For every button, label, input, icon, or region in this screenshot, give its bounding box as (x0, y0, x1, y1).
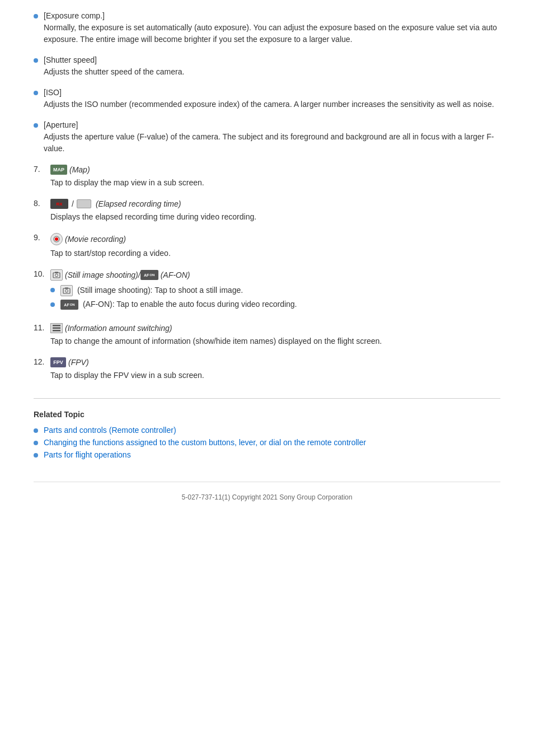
related-link[interactable]: Changing the functions assigned to the c… (44, 438, 366, 447)
still-image-icon (50, 269, 63, 281)
item-row: (Information amount switching) (50, 323, 500, 333)
item-body: FPV (FPV) Tap to display the FPV view in… (50, 357, 500, 381)
svg-rect-2 (53, 273, 60, 278)
item-desc: Tap to start/stop recording a video. (50, 248, 500, 259)
item-number: 8. (34, 199, 50, 208)
bullet-content: [Exposure comp.] Normally, the exposure … (44, 11, 500, 45)
item-title: [ISO] (44, 88, 494, 97)
svg-point-3 (55, 274, 58, 277)
page-footer: 5-027-737-11(1) Copyright 2021 Sony Grou… (34, 482, 500, 512)
svg-rect-8 (53, 325, 60, 326)
item-desc: Adjusts the aperture value (F-value) of … (44, 131, 500, 155)
svg-rect-7 (65, 288, 68, 289)
item-label: (FPV) (68, 358, 89, 367)
numbered-item-12: 12. FPV (FPV) Tap to display the FPV vie… (34, 357, 500, 381)
time-square-icon (77, 199, 91, 208)
rec-time-icon-badge: RX (50, 199, 68, 209)
link-dot (34, 441, 38, 445)
item-title: [Exposure comp.] (44, 11, 500, 20)
af-on-icon: AFON (140, 270, 158, 280)
item-desc: Displays the elapsed recording time duri… (50, 211, 500, 223)
link-dot (34, 428, 38, 433)
item-row: (Still image shooting)/ AFON (AF-ON) (50, 269, 500, 281)
item-title: [Shutter speed] (44, 55, 184, 64)
item-body: (Still image shooting)/ AFON (AF-ON) (50, 269, 500, 313)
item-desc: Normally, the exposure is set automatica… (44, 22, 500, 45)
list-item: [Aperture] Adjusts the aperture value (F… (34, 120, 500, 155)
sub-bullet-item: (Still image shooting): Tap to shoot a s… (50, 285, 500, 296)
bullet-content: [Shutter speed] Adjusts the shutter spee… (44, 55, 184, 78)
item-body: RX / (Elapsed recording time) Displays t… (50, 199, 500, 223)
item-desc: Tap to display the map view in a sub scr… (50, 177, 500, 189)
item-row: RX / (Elapsed recording time) (50, 199, 500, 209)
item-label: (Information amount switching) (65, 324, 172, 333)
map-icon-badge: MAP (50, 165, 67, 175)
page-wrapper: [Exposure comp.] Normally, the exposure … (0, 0, 534, 535)
svg-point-1 (55, 237, 58, 241)
item-body: (Movie recording) Tap to start/stop reco… (50, 233, 500, 259)
sub-bullet-content: (Still image shooting): Tap to shoot a s… (60, 285, 243, 296)
related-link-item: Parts and controls (Remote controller) (34, 426, 500, 435)
item-number: 7. (34, 165, 50, 174)
bullet-dot (34, 123, 38, 128)
sub-bullet-dot (50, 302, 55, 307)
sub-item-label: (Still image shooting): Tap to shoot a s… (77, 286, 243, 295)
related-link-item: Changing the functions assigned to the c… (34, 438, 500, 447)
section-divider (34, 398, 500, 399)
item-body: MAP (Map) Tap to display the map view in… (50, 165, 500, 189)
related-topic-section: Related Topic Parts and controls (Remote… (34, 410, 500, 459)
bullet-dot (34, 14, 38, 18)
item-label2: (AF-ON) (161, 270, 190, 279)
item-row: MAP (Map) (50, 165, 500, 175)
sub-bullet-item: AFON (AF-ON): Tap to enable the auto foc… (50, 300, 500, 310)
item-desc: Adjusts the ISO number (recommended expo… (44, 99, 494, 110)
related-link-item: Parts for flight operations (34, 450, 500, 459)
item-number: 9. (34, 233, 50, 242)
list-item: [ISO] Adjusts the ISO number (recommende… (34, 88, 500, 110)
item-label: (Movie recording) (65, 235, 126, 244)
numbered-item-9: 9. (Movie recording) Tap to start/stop r… (34, 233, 500, 259)
related-link[interactable]: Parts and controls (Remote controller) (44, 426, 176, 435)
bullet-content: [Aperture] Adjusts the aperture value (F… (44, 120, 500, 155)
slash-separator: / (72, 199, 74, 208)
svg-rect-10 (53, 330, 60, 332)
sub-item-label: (AF-ON): Tap to enable the auto focus du… (83, 300, 297, 309)
item-label: (Map) (69, 165, 90, 174)
item-label: (Elapsed recording time) (96, 199, 181, 208)
numbered-item-8: 8. RX / (Elapsed recording time) Display… (34, 199, 500, 223)
bullet-content: [ISO] Adjusts the ISO number (recommende… (44, 88, 494, 110)
numbered-item-11: 11. (Information amount switching) Tap t… (34, 323, 500, 347)
item-number: 11. (34, 323, 50, 332)
item-desc: Adjusts the shutter speed of the camera. (44, 66, 184, 78)
item-desc: Tap to display the FPV view in a sub scr… (50, 370, 500, 381)
svg-rect-9 (53, 328, 60, 329)
bullet-dot (34, 91, 38, 95)
movie-recording-icon (50, 233, 63, 245)
related-link[interactable]: Parts for flight operations (44, 450, 131, 459)
sub-bullet-list: (Still image shooting): Tap to shoot a s… (50, 285, 500, 310)
fpv-icon-badge: FPV (50, 357, 66, 367)
svg-point-6 (65, 290, 68, 292)
item-row: FPV (FPV) (50, 357, 500, 367)
info-switching-icon (50, 323, 63, 333)
svg-rect-4 (55, 272, 58, 273)
numbered-item-7: 7. MAP (Map) Tap to display the map view… (34, 165, 500, 189)
bullet-list: [Exposure comp.] Normally, the exposure … (34, 11, 500, 155)
related-topic-title: Related Topic (34, 410, 500, 419)
list-item: [Exposure comp.] Normally, the exposure … (34, 11, 500, 45)
item-number: 12. (34, 357, 50, 366)
item-body: (Information amount switching) Tap to ch… (50, 323, 500, 347)
related-links-list: Parts and controls (Remote controller) C… (34, 426, 500, 459)
af-on-sub-icon: AFON (60, 300, 78, 310)
sub-bullet-dot (50, 288, 55, 292)
still-image-sub-icon (60, 285, 73, 296)
bullet-dot (34, 58, 38, 63)
svg-rect-5 (63, 288, 70, 293)
item-row: (Movie recording) (50, 233, 500, 245)
item-number: 10. (34, 269, 50, 278)
copyright-text: 5-027-737-11(1) Copyright 2021 Sony Grou… (182, 493, 353, 501)
item-title: [Aperture] (44, 120, 500, 129)
link-dot (34, 453, 38, 458)
list-item: [Shutter speed] Adjusts the shutter spee… (34, 55, 500, 78)
sub-bullet-content: AFON (AF-ON): Tap to enable the auto foc… (60, 300, 297, 310)
